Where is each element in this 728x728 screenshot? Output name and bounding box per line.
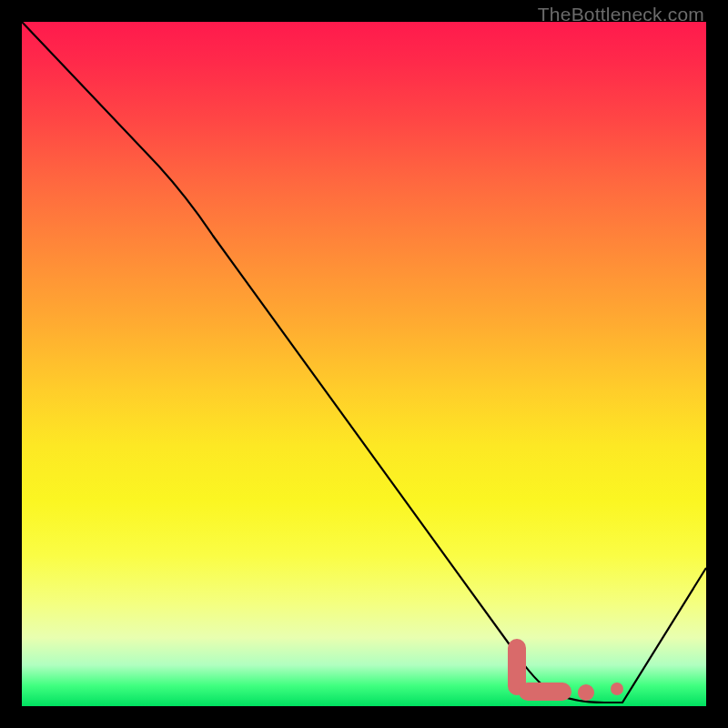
marker-optimal-range-end [611,682,623,695]
bottleneck-curve [22,22,706,703]
marker-optimal-range-mid2 [578,684,594,701]
marker-optimal-range-bottom [519,682,571,701]
chart-svg [22,22,706,706]
